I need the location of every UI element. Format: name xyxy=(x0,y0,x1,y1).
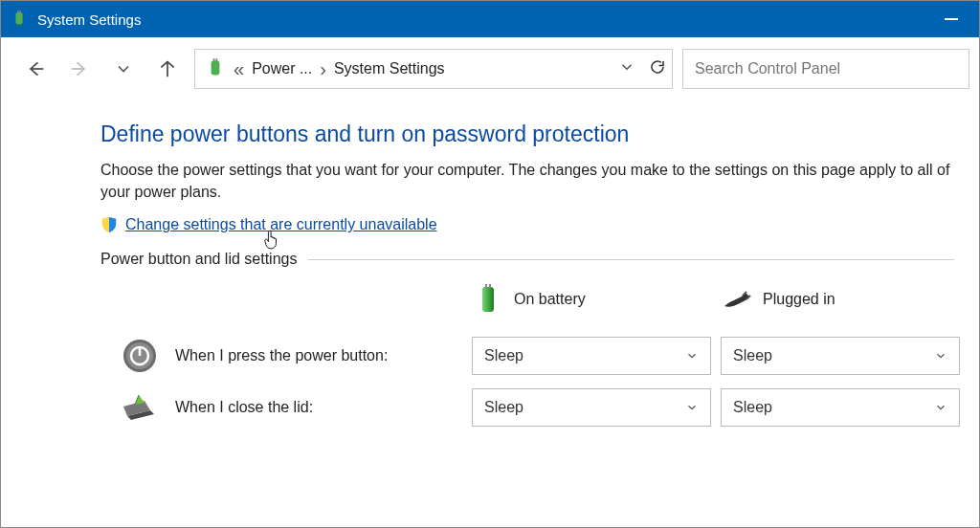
address-icon xyxy=(205,58,226,79)
address-dropdown[interactable] xyxy=(618,58,635,79)
chevron-down-icon xyxy=(934,401,947,414)
minimize-button[interactable] xyxy=(929,1,973,37)
section-divider xyxy=(308,259,954,260)
address-bar[interactable]: « Power ... › System Settings xyxy=(194,49,673,89)
close-lid-battery-select[interactable]: Sleep xyxy=(472,388,711,427)
breadcrumb-1[interactable]: Power ... xyxy=(252,60,312,77)
svg-rect-2 xyxy=(19,11,20,13)
power-button-icon xyxy=(122,338,158,374)
app-icon xyxy=(11,11,28,28)
toolbar: « Power ... › System Settings xyxy=(1,37,979,100)
svg-rect-4 xyxy=(945,18,958,20)
column-on-battery-label: On battery xyxy=(514,291,586,308)
column-plugged-in-label: Plugged in xyxy=(763,291,835,308)
breadcrumb-prefix-icon: « xyxy=(234,59,244,78)
chevron-down-icon xyxy=(685,349,699,363)
chevron-down-icon xyxy=(685,401,699,414)
svg-rect-1 xyxy=(17,11,18,13)
page-heading: Define power buttons and turn on passwor… xyxy=(100,121,954,147)
power-button-plugged-select[interactable]: Sleep xyxy=(721,337,960,375)
row-close-lid-label: When I close the lid: xyxy=(175,399,472,416)
select-value: Sleep xyxy=(484,347,523,364)
select-value: Sleep xyxy=(484,399,523,416)
close-lid-plugged-select[interactable]: Sleep xyxy=(721,388,960,427)
power-button-battery-select[interactable]: Sleep xyxy=(472,337,711,375)
change-settings-link[interactable]: Change settings that are currently unava… xyxy=(125,216,437,233)
battery-icon xyxy=(472,283,504,316)
column-on-battery: On battery xyxy=(472,283,721,323)
section-title: Power button and lid settings xyxy=(100,251,297,268)
plug-icon xyxy=(721,283,753,316)
titlebar: System Settings xyxy=(1,1,979,37)
window-title: System Settings xyxy=(37,11,929,28)
section-header: Power button and lid settings xyxy=(100,251,954,268)
breadcrumb-2[interactable]: System Settings xyxy=(334,60,445,77)
svg-rect-7 xyxy=(216,58,218,61)
shield-icon xyxy=(100,216,118,233)
up-button[interactable] xyxy=(150,52,185,86)
svg-rect-5 xyxy=(212,60,220,75)
change-settings-row: Change settings that are currently unava… xyxy=(100,216,954,233)
back-button[interactable] xyxy=(18,52,53,86)
row-power-button-label: When I press the power button: xyxy=(175,347,472,364)
chevron-right-icon: › xyxy=(320,59,326,78)
chevron-down-icon xyxy=(934,349,947,363)
svg-rect-10 xyxy=(485,284,487,288)
recent-dropdown[interactable] xyxy=(106,52,141,86)
select-value: Sleep xyxy=(733,399,772,416)
power-settings-grid: On battery Plugged in When I press the p… xyxy=(122,283,954,427)
column-plugged-in: Plugged in xyxy=(721,283,969,323)
forward-button[interactable] xyxy=(62,52,97,86)
svg-point-3 xyxy=(15,25,23,27)
svg-rect-9 xyxy=(482,287,494,312)
close-lid-icon xyxy=(122,389,158,426)
refresh-button[interactable] xyxy=(649,58,666,79)
svg-rect-0 xyxy=(15,12,22,25)
search-input[interactable] xyxy=(682,49,969,89)
svg-rect-17 xyxy=(139,346,142,356)
svg-rect-6 xyxy=(213,58,215,61)
svg-rect-11 xyxy=(489,284,491,288)
page-description: Choose the power settings that you want … xyxy=(100,159,954,203)
content-area: Define power buttons and turn on passwor… xyxy=(1,100,979,427)
select-value: Sleep xyxy=(733,347,772,364)
